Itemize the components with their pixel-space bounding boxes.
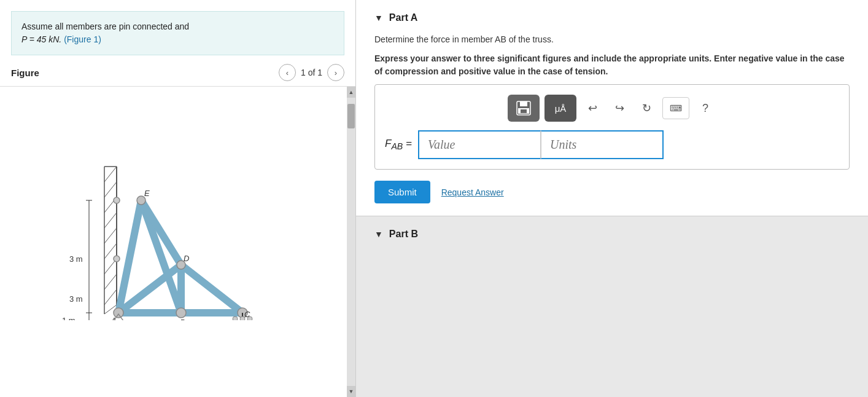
part-a-description: Determine the force in member AB of the … (374, 33, 850, 46)
part-a-title: Part A (389, 12, 418, 23)
figure-scrollbar[interactable]: ▲ ▼ (347, 87, 355, 397)
symbol-icon: μÅ (555, 103, 567, 114)
input-row: FAB = (385, 130, 839, 159)
figure-area: 3 m 1 m (0, 86, 355, 397)
fab-label: FAB = (385, 138, 412, 151)
keyboard-icon: ⌨ (670, 103, 682, 113)
svg-point-58 (233, 316, 238, 320)
part-a-instructions-text: Express your answer to three significant… (374, 53, 845, 76)
svg-point-69 (114, 197, 120, 203)
part-a-header: ▼ Part A (374, 12, 850, 23)
right-panel: ▼ Part A Determine the force in member A… (356, 0, 868, 397)
left-panel: Assume all members are pin connected and… (0, 0, 356, 397)
part-a-section: ▼ Part A Determine the force in member A… (356, 0, 868, 216)
svg-text:3 m: 3 m (69, 254, 83, 264)
figure-title: Figure (11, 68, 39, 78)
svg-point-59 (240, 316, 245, 320)
svg-text:1 m: 1 m (62, 316, 76, 320)
answer-container: μÅ ↩ ↪ ↻ ⌨ ? FAB = (374, 84, 850, 170)
svg-text:E: E (144, 189, 150, 198)
svg-point-26 (176, 308, 186, 318)
svg-text:B: B (180, 318, 185, 320)
svg-point-70 (114, 256, 120, 262)
svg-point-60 (247, 316, 252, 320)
scroll-down-arrow[interactable]: ▼ (347, 386, 355, 397)
scroll-up-arrow[interactable]: ▲ (347, 87, 355, 98)
help-button[interactable]: ? (694, 97, 716, 119)
figure-link[interactable]: (Figure 1) (64, 34, 101, 44)
part-b-header: ▼ Part B (374, 229, 850, 240)
value-input[interactable] (418, 130, 541, 159)
toolbar: μÅ ↩ ↪ ↻ ⌨ ? (385, 95, 839, 122)
save-icon (515, 100, 532, 117)
part-b-title: Part B (389, 229, 418, 240)
request-answer-button[interactable]: Request Answer (441, 187, 504, 197)
figure-header: Figure ‹ 1 of 1 › (0, 55, 355, 86)
keyboard-button[interactable]: ⌨ (662, 97, 689, 119)
redo-button[interactable]: ↪ (608, 97, 630, 119)
part-b-section: ▼ Part B (356, 216, 868, 397)
truss-diagram: 3 m 1 m (28, 87, 328, 320)
units-input[interactable] (541, 130, 664, 159)
problem-statement: Assume all members are pin connected and… (11, 11, 344, 55)
svg-text:D: D (184, 254, 189, 263)
save-tool-button[interactable] (508, 95, 540, 122)
svg-rect-74 (521, 109, 527, 113)
next-page-button[interactable]: › (327, 64, 344, 81)
scroll-track (347, 98, 355, 386)
action-row: Submit Request Answer (374, 181, 850, 203)
part-b-chevron[interactable]: ▼ (374, 229, 383, 239)
submit-button[interactable]: Submit (374, 181, 430, 203)
page-indicator: 1 of 1 (301, 68, 322, 77)
svg-rect-72 (520, 101, 527, 106)
svg-text:3 m: 3 m (69, 294, 83, 304)
problem-text-line2: P = 45 kN. (21, 34, 64, 44)
figure-nav: ‹ 1 of 1 › (279, 64, 344, 81)
problem-text-line1: Assume all members are pin connected and (21, 22, 189, 31)
refresh-button[interactable]: ↻ (635, 97, 657, 119)
prev-page-button[interactable]: ‹ (279, 64, 296, 81)
undo-button[interactable]: ↩ (581, 97, 603, 119)
part-a-chevron[interactable]: ▼ (374, 13, 383, 23)
scroll-thumb[interactable] (347, 104, 355, 128)
symbol-tool-button[interactable]: μÅ (544, 95, 576, 122)
part-a-instructions: Express your answer to three significant… (374, 52, 850, 78)
